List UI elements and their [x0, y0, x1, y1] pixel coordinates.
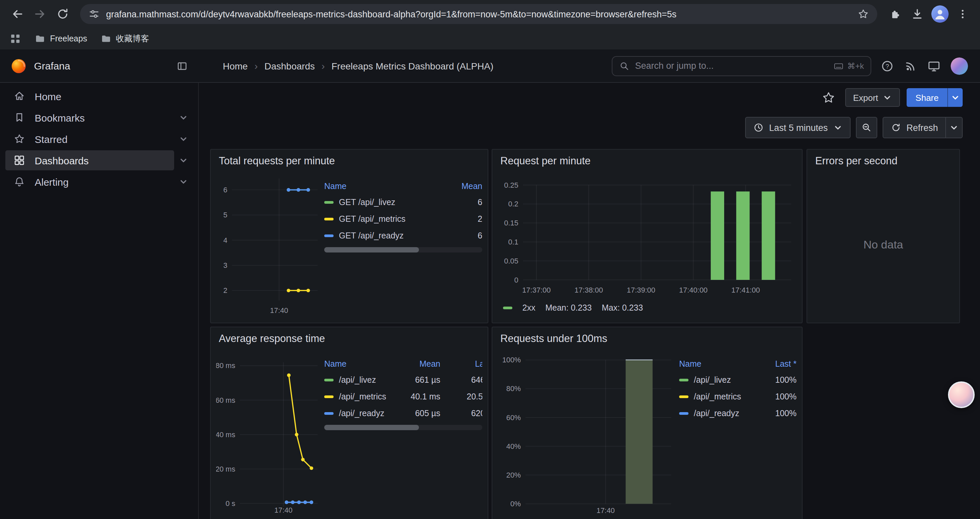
bookmark-icon — [13, 112, 25, 124]
series-name[interactable]: /api/_readyz — [339, 409, 384, 418]
legend-total-requests: NameMeanGET /api/_livez6GET /api/_metric… — [324, 172, 482, 317]
sidebar-item-home-link[interactable]: Home — [5, 86, 193, 106]
reload-button[interactable] — [52, 3, 73, 25]
news-button[interactable] — [904, 59, 917, 72]
sidebar-item-label: Home — [35, 91, 61, 102]
breadcrumb-home[interactable]: Home — [223, 61, 248, 71]
svg-text:80%: 80% — [506, 385, 521, 393]
breadcrumb-dashboards[interactable]: Dashboards — [264, 61, 315, 71]
series-name[interactable]: /api/_metrics — [694, 392, 741, 401]
time-range-picker[interactable]: Last 5 minutes — [745, 117, 851, 138]
browser-menu-button[interactable] — [952, 3, 973, 25]
legend-column-header[interactable]: Last * — [440, 359, 482, 369]
assistant-avatar-widget[interactable] — [948, 382, 975, 408]
share-dropdown-button[interactable] — [947, 88, 963, 107]
export-button[interactable]: Export — [845, 88, 900, 107]
panel-title[interactable]: Requests under 100ms — [500, 333, 608, 345]
sidebar-item-alerting-link[interactable]: Alerting — [5, 172, 174, 192]
series-value: 20.5 ms — [440, 392, 482, 401]
series-name[interactable]: GET /api/_readyz — [339, 231, 404, 240]
series-name[interactable]: GET /api/_livez — [339, 197, 395, 207]
refresh-button[interactable]: Refresh — [883, 118, 945, 137]
legend-scrollbar-thumb[interactable] — [324, 247, 419, 252]
series-name[interactable]: /api/_readyz — [694, 409, 739, 418]
url-bar[interactable]: grafana.mathmast.com/d/deytv4rwavabkb/fr… — [80, 4, 877, 24]
svg-text:0 s: 0 s — [226, 499, 235, 508]
zoom-out-button[interactable] — [856, 117, 877, 138]
sidebar-item-starred-link[interactable]: Starred — [5, 129, 174, 149]
legend-row: GET /api/_livez6 — [324, 194, 482, 211]
browser-profile-button[interactable] — [929, 3, 951, 25]
panel-title[interactable]: Total requests per minute — [219, 155, 335, 167]
panel-title[interactable]: Errors per second — [815, 155, 897, 167]
sidebar-item-bookmarks: Bookmarks — [0, 107, 198, 128]
user-avatar[interactable] — [951, 57, 968, 75]
back-icon — [11, 7, 24, 21]
mega-menu-toggle[interactable] — [176, 60, 188, 72]
back-button[interactable] — [7, 3, 28, 25]
expand-chevron-icon[interactable] — [174, 177, 193, 186]
expand-chevron-icon[interactable] — [174, 156, 193, 165]
time-range-label: Last 5 minutes — [769, 123, 828, 133]
chart-under-100ms[interactable]: 17:40100%80%60%40%20%0% — [498, 350, 679, 518]
expand-chevron-icon[interactable] — [174, 134, 193, 144]
chart-avg-response[interactable]: 17:4080 ms60 ms40 ms20 ms0 s — [216, 350, 324, 518]
search-input[interactable]: Search or jump to... ⌘+k — [612, 56, 871, 76]
site-settings-icon — [88, 8, 100, 20]
legend-column-header[interactable]: Name — [324, 359, 399, 369]
share-button[interactable]: Share — [907, 88, 947, 107]
help-button[interactable]: ? — [881, 59, 894, 72]
grafana-logo[interactable] — [11, 58, 27, 74]
chart-request-per-minute[interactable]: 17:37:0017:38:0017:39:0017:40:0017:41:00… — [498, 172, 798, 297]
sidebar-item-dashboards-link[interactable]: Dashboards — [5, 150, 174, 170]
expand-chevron-icon[interactable] — [174, 113, 193, 122]
chart-total-requests[interactable]: 17:4065432 — [216, 172, 324, 319]
panel-avg-response-time: Average response time 17:4080 ms60 ms40 … — [210, 327, 488, 519]
extensions-button[interactable] — [884, 3, 905, 25]
panel-grid: Total requests per minute 17:4065432 Nam… — [199, 140, 980, 519]
svg-text:17:40: 17:40 — [597, 506, 615, 515]
url-text[interactable]: grafana.mathmast.com/d/deytv4rwavabkb/fr… — [106, 9, 851, 19]
legend-column-header[interactable]: Last * — [759, 359, 797, 369]
series-name[interactable]: /api/_metrics — [339, 392, 386, 401]
series-value: 100% — [759, 375, 797, 385]
grafana-header-left: Grafana — [0, 58, 199, 74]
downloads-button[interactable] — [907, 3, 928, 25]
display-button[interactable] — [927, 59, 941, 72]
series-swatch — [324, 378, 334, 381]
legend-column-header[interactable]: Name — [679, 359, 759, 369]
svg-text:60%: 60% — [506, 414, 521, 422]
legend-row: GET /api/_readyz6 — [324, 227, 482, 244]
forward-button[interactable] — [29, 3, 51, 25]
bookmark-star-icon[interactable] — [857, 8, 869, 20]
svg-text:4: 4 — [223, 236, 227, 244]
chevron-down-icon — [951, 93, 960, 102]
forward-icon — [33, 7, 47, 21]
legend-column-header[interactable]: Name — [324, 182, 448, 191]
apps-grid-icon[interactable] — [10, 33, 21, 45]
bookmark-item-blogs[interactable]: 收藏博客 — [100, 33, 149, 45]
legend-scrollbar[interactable] — [324, 425, 482, 430]
series-swatch — [324, 234, 334, 237]
panel-title[interactable]: Average response time — [219, 333, 325, 345]
series-name[interactable]: GET /api/_metrics — [339, 214, 406, 224]
refresh-icon — [890, 122, 901, 133]
favorite-dashboard-button[interactable] — [818, 88, 838, 107]
legend-scrollbar-thumb[interactable] — [324, 425, 419, 430]
series-name[interactable]: /api/_livez — [339, 375, 376, 385]
bookmark-label: Freeleaps — [50, 34, 87, 43]
legend-column-header[interactable]: Mean — [448, 182, 482, 191]
svg-text:0%: 0% — [510, 500, 521, 508]
panel-errors-per-second: Errors per second No data — [807, 149, 960, 323]
bookmark-item-freeleaps[interactable]: Freeleaps — [35, 34, 87, 44]
refresh-interval-dropdown[interactable] — [945, 118, 962, 137]
series-name[interactable]: /api/_livez — [694, 375, 731, 385]
chevron-down-icon — [833, 123, 842, 132]
svg-text:100%: 100% — [502, 356, 521, 364]
legend-column-header[interactable]: Mean — [399, 359, 440, 369]
sidebar-item-bookmarks-link[interactable]: Bookmarks — [5, 107, 174, 128]
legend-scrollbar[interactable] — [324, 247, 482, 252]
series-name[interactable]: 2xx — [522, 303, 535, 313]
panel-title[interactable]: Request per minute — [500, 155, 591, 167]
bell-icon — [13, 176, 25, 188]
